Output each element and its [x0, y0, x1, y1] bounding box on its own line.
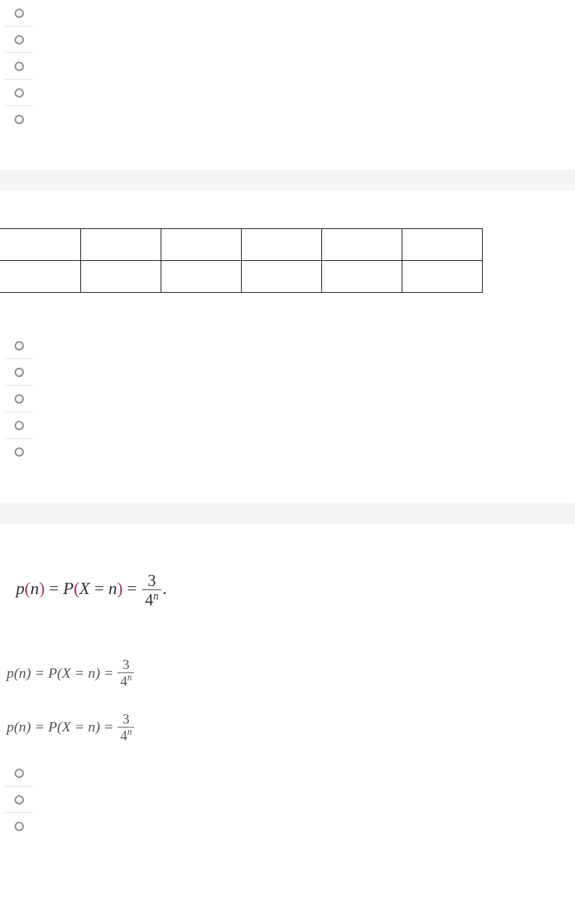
frac-den: 4n: [142, 589, 161, 609]
radio-option[interactable]: [5, 760, 33, 787]
distribution-table: [0, 228, 483, 293]
radio-option[interactable]: [5, 53, 33, 80]
radio-option[interactable]: [5, 106, 33, 133]
radio-icon: [15, 368, 24, 377]
radio-option[interactable]: [5, 0, 33, 27]
radio-option[interactable]: [5, 359, 33, 386]
math-eq: =: [44, 579, 63, 598]
radio-icon: [15, 394, 24, 404]
radio-icon: [15, 62, 24, 71]
math-lparen: (: [25, 579, 31, 598]
table-row: [0, 261, 482, 293]
math-expression-copy: p(n) = P(X = n) = 34n: [0, 706, 575, 749]
radio-icon: [15, 421, 24, 430]
table-cell: [321, 229, 402, 261]
radio-icon: [15, 9, 24, 18]
math-lparen2: (: [74, 579, 80, 598]
math-p: p: [16, 579, 25, 598]
radio-option[interactable]: [5, 439, 33, 465]
radio-group-1: [0, 0, 575, 133]
radio-icon: [15, 795, 24, 805]
frac-num: 3: [120, 657, 132, 672]
math-fraction: 34n: [118, 712, 134, 743]
math-expression-copy: p(n) = P(X = n) = 34n: [0, 652, 575, 694]
table-cell: [80, 229, 161, 261]
radio-icon: [15, 88, 24, 98]
math-n2: n: [108, 579, 117, 598]
table-cell: [241, 229, 321, 261]
table-cell: [80, 261, 161, 293]
table-cell: [161, 229, 241, 261]
math-text: p(n) = P(X = n) =: [7, 664, 114, 682]
table-cell: [402, 229, 482, 261]
radio-option[interactable]: [5, 787, 33, 813]
radio-option[interactable]: [5, 813, 33, 840]
radio-group-3: [0, 760, 575, 840]
math-text: p(n) = P(X = n) =: [7, 718, 114, 735]
math-rparen2: ): [117, 579, 123, 598]
table-cell: [241, 261, 321, 293]
math-eqn: =: [90, 579, 108, 598]
math-fraction: 34n: [118, 657, 134, 689]
math-capP: P: [63, 579, 74, 598]
table-cell: [0, 261, 80, 293]
frac-den: 4n: [118, 727, 134, 743]
radio-icon: [15, 35, 24, 44]
table-cell: [402, 261, 482, 293]
math-dot: .: [163, 579, 167, 598]
section-divider: [0, 170, 575, 191]
radio-option[interactable]: [5, 80, 33, 106]
radio-icon: [15, 115, 24, 124]
radio-option[interactable]: [5, 27, 33, 53]
radio-icon: [15, 769, 24, 778]
radio-option[interactable]: [5, 386, 33, 412]
math-fraction: 34n: [142, 572, 161, 609]
radio-icon: [15, 822, 24, 831]
math-eq2: =: [123, 579, 141, 598]
radio-icon: [15, 447, 24, 457]
table-cell: [161, 261, 241, 293]
math-definition: p(n) = P(X = n) = 34n.: [0, 561, 575, 620]
table-row: [0, 229, 482, 261]
radio-icon: [15, 341, 24, 350]
math-X: X: [80, 579, 90, 598]
section-divider: [0, 502, 575, 524]
radio-group-2: [0, 333, 575, 465]
math-n: n: [31, 579, 39, 598]
radio-option[interactable]: [5, 333, 33, 359]
frac-den: 4n: [118, 672, 134, 689]
frac-num: 3: [120, 712, 132, 727]
frac-num: 3: [145, 572, 159, 589]
radio-option[interactable]: [5, 412, 33, 439]
table-cell: [0, 229, 80, 261]
table-cell: [321, 261, 402, 293]
